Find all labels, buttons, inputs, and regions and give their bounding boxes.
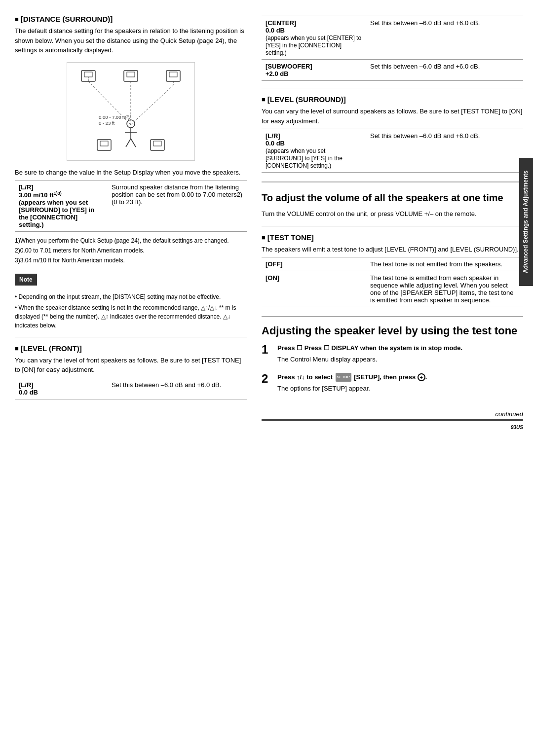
step-1-content: Press ☐ Press ☐ DISPLAY when the system … [277,343,523,366]
test-tone-off-key: [OFF] [262,257,366,271]
adjusting-speaker-heading: Adjusting the speaker level by using the… [262,324,523,338]
level-front-section: [LEVEL (FRONT)] You can vary the level o… [15,344,247,399]
page-sup: US [516,425,523,430]
divider-1 [15,337,247,337]
distance-lr-desc: Surround speaker distance from the liste… [108,180,247,232]
step-1-num: 1 [262,343,272,356]
divider-3 [262,226,523,226]
svg-line-17 [131,139,136,147]
step-2-detail: The options for [SETUP] appear. [277,384,523,394]
distance-surround-para1: The default distance setting for the spe… [15,26,247,55]
center-subwoofer-block: [CENTER] 0.0 dB (appears when you set [C… [262,15,523,81]
svg-text:0 - 23 ft: 0 - 23 ft [99,120,115,126]
sub-val: +2.0 dB [266,70,289,77]
test-tone-para: The speakers will emit a test tone to ad… [262,245,523,254]
note-container: Note • Depending on the input stream, th… [15,270,247,330]
level-front-lr-desc: Set this between –6.0 dB and +6.0 dB. [108,378,247,399]
adjust-volume-para: Turn the VOLUME control on the unit, or … [262,209,523,219]
step-2-num: 2 [262,372,272,385]
distance-lr-table: [L/R] 3.00 m/10 ft1)3) (appears when you… [15,180,247,232]
test-tone-table: [OFF] The test tone is not emitted from … [262,257,523,307]
continued-label: continued [262,410,523,421]
svg-line-10 [131,85,173,125]
svg-rect-6 [169,72,177,77]
test-tone-off-desc: The test tone is not emitted from the sp… [366,257,523,271]
svg-text:0.00 - 7.00 m²)/: 0.00 - 7.00 m²)/ [99,114,131,120]
level-front-para: You can vary the level of front speakers… [15,356,247,375]
left-column: [DISTANCE (SURROUND)] The default distan… [15,15,247,741]
distance-lr-key: [L/R] [19,183,34,191]
distance-surround-para2: Be sure to change the value in the Setup… [15,168,247,178]
footer-block: continued 93US [262,410,523,434]
test-tone-on-key: [ON] [262,271,366,307]
note-label: Note [15,274,37,286]
note-2: • When the speaker distance setting is n… [15,303,247,330]
speaker-diagram-svg: 0.00 - 7.00 m²)/ 0 - 23 ft [72,66,190,157]
svg-rect-21 [153,141,161,146]
level-surround-heading: [LEVEL (SURROUND)] [262,95,523,104]
distance-lr-val: 3.00 m/10 ft [19,191,54,199]
adjust-volume-section: To adjust the volume of all the speakers… [262,191,523,219]
sub-key: [SUBWOOFER] [266,63,312,70]
footnote-3: 3)3.04 m/10 ft for North American models… [15,256,247,265]
svg-rect-1 [84,72,92,77]
level-surround-para: You can vary the level of surround speak… [262,107,523,126]
level-surround-desc: Set this between –6.0 dB and +6.0 dB. [366,129,523,173]
footnote-1: 1)When you perform the Quick Setup (page… [15,237,247,245]
step-1-title: Press ☐ Press ☐ DISPLAY when the system … [277,343,523,353]
svg-line-16 [126,139,131,147]
level-surround-appears: (appears when you set [SURROUND] to [YES… [266,147,343,169]
sidebar-tab-label: Advanced Settings and Adjustments [522,171,530,273]
test-tone-on-desc: The test tone is emitted from each speak… [366,271,523,307]
center-val: 0.0 dB [266,27,285,34]
distance-surround-heading: [DISTANCE (SURROUND)] [15,15,247,23]
test-tone-section: [TEST TONE] The speakers will emit a tes… [262,233,523,308]
adjust-volume-heading: To adjust the volume of all the speakers… [262,191,523,204]
big-divider-2 [262,316,523,317]
svg-rect-4 [127,72,135,77]
level-surround-section: [LEVEL (SURROUND)] You can vary the leve… [262,95,523,173]
center-table: [CENTER] 0.0 dB (appears when you set [C… [262,15,523,81]
page-number: 93US [262,425,523,434]
distance-lr-sup: 1)3) [54,191,62,196]
test-tone-heading: [TEST TONE] [262,233,523,242]
level-front-lr-key: [L/R] [19,381,34,389]
level-front-lr-val: 0.0 dB [19,389,38,396]
step-2-content: Press ↑/↓ to select SETUP [SETUP], then … [277,372,523,396]
note-1: • Depending on the input stream, the [DI… [15,292,247,301]
center-appears: (appears when you set [CENTER] to [YES] … [266,35,361,56]
big-divider-1 [262,181,523,182]
note-content: • Depending on the input stream, the [DI… [15,292,247,330]
speaker-diagram: 0.00 - 7.00 m²)/ 0 - 23 ft [67,62,195,161]
center-key: [CENTER] [266,19,296,27]
distance-surround-section: [DISTANCE (SURROUND)] The default distan… [15,15,247,330]
level-surround-key: [L/R] [266,132,280,140]
sub-desc: Set this between –6.0 dB and +6.0 dB. [366,60,523,81]
center-desc: Set this between –6.0 dB and +6.0 dB. [366,15,523,60]
distance-lr-appears: (appears when you set [SURROUND] to [YES… [19,199,94,228]
setup-icon: SETUP [336,373,351,382]
step-1-detail: The Control Menu display appears. [277,355,523,364]
svg-rect-19 [100,141,108,146]
level-surround-val: 0.0 dB [266,140,285,147]
step-2-title: Press ↑/↓ to select SETUP [SETUP], then … [277,372,523,382]
adjusting-speaker-section: Adjusting the speaker level by using the… [262,324,523,396]
step-2: 2 Press ↑/↓ to select SETUP [SETUP], the… [262,372,523,396]
plus-circle-icon: + [418,373,425,381]
level-surround-table: [L/R] 0.0 dB (appears when you set [SURR… [262,129,523,173]
right-column: [CENTER] 0.0 dB (appears when you set [C… [257,15,523,741]
step-1: 1 Press ☐ Press ☐ DISPLAY when the syste… [262,343,523,366]
footnote-2: 2)0.00 to 7.01 meters for North American… [15,247,247,255]
level-front-heading: [LEVEL (FRONT)] [15,344,247,353]
level-front-table: [L/R] 0.0 dB Set this between –6.0 dB an… [15,378,247,399]
sidebar-tab: Advanced Settings and Adjustments [519,158,533,286]
divider-2 [262,88,523,88]
